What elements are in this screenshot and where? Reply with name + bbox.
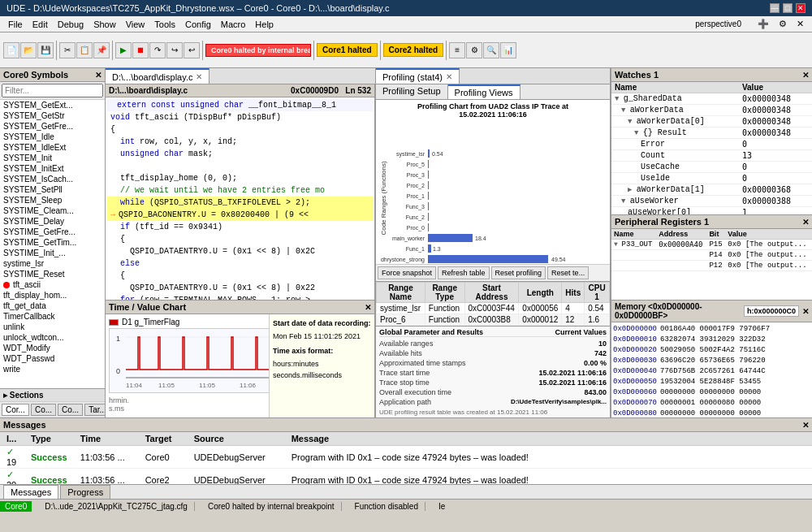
peripheral-content[interactable]: Name Address Bit Value ▼ P33_OUT 0x00000…: [611, 229, 812, 300]
symbols-close[interactable]: ✕: [95, 71, 102, 80]
cut-button[interactable]: ✂: [59, 42, 76, 58]
corner-tab-co1[interactable]: Co...: [31, 404, 56, 416]
timechart-close-icon[interactable]: ✕: [365, 303, 371, 312]
sym-SYSTIME_GetFre[interactable]: SYSTIME_GetFre...: [0, 227, 105, 237]
sym-SYSTEM_GetStr[interactable]: SYSTEM_GetStr: [0, 110, 105, 121]
sym-tft_display_hom[interactable]: tft_display_hom...: [0, 290, 105, 301]
menu-macro[interactable]: Macro: [216, 18, 251, 31]
sym-SYSTIME_Cleam[interactable]: SYSTIME_Cleam...: [0, 205, 105, 216]
maximize-button[interactable]: □: [783, 3, 793, 13]
debug-stop[interactable]: ⏹: [132, 42, 149, 58]
reset-te-button[interactable]: Reset te...: [547, 266, 589, 279]
sym-tft_get_data[interactable]: tft_get_data: [0, 301, 105, 311]
minimize-button[interactable]: —: [770, 3, 780, 13]
sym-SYSTEM_Init[interactable]: SYSTEM_Init: [0, 153, 105, 163]
sym-SYSTIME_GetTim[interactable]: SYSTIME_GetTim...: [0, 237, 105, 248]
debug-step[interactable]: ↷: [149, 42, 166, 58]
tab-close-icon[interactable]: ✕: [196, 72, 202, 81]
sym-systime_lsr[interactable]: systime_lsr: [0, 258, 105, 269]
memory-close-icon[interactable]: ✕: [802, 307, 809, 316]
sym-WDT_Passwd[interactable]: WDT_Passwd: [0, 353, 105, 364]
sym-SYSTEM_IsCach[interactable]: SYSTEM_IsCach...: [0, 174, 105, 184]
sym-write[interactable]: write: [0, 364, 105, 374]
sym-SYSTEM_GetExt[interactable]: SYSTEM_GetExt...: [0, 100, 105, 110]
menu-file[interactable]: File: [3, 18, 28, 31]
peripheral-title: Peripheral Registers 1: [615, 217, 709, 227]
timechart-content: D1 g_TimerFlag 1 0 11:04: [106, 314, 374, 417]
sym-tft_ascii[interactable]: tft_ascii: [0, 279, 105, 290]
sym-unlock_wdtcon[interactable]: unlock_wdtcon...: [0, 332, 105, 343]
menu-edit[interactable]: Edit: [28, 18, 53, 31]
new-button[interactable]: 📄: [3, 42, 19, 58]
sym-SYSTIME_Reset[interactable]: SYSTIME_Reset: [0, 269, 105, 279]
bar-proc1: [428, 192, 429, 200]
perspective-settings[interactable]: ⚙: [774, 17, 792, 31]
copy-button[interactable]: 📋: [76, 42, 93, 58]
corner-tab-co2[interactable]: Co...: [58, 404, 83, 416]
bar-proc0: [428, 223, 429, 231]
prof-views-tab[interactable]: Profiling Views: [448, 84, 520, 99]
code-content[interactable]: extern const unsigned char __font_bitmap…: [106, 97, 374, 300]
more-btn4[interactable]: 📊: [500, 42, 516, 58]
more-btn3[interactable]: 🔍: [483, 42, 499, 58]
watches-close-icon[interactable]: ✕: [802, 71, 809, 80]
more-btn2[interactable]: ⚙: [466, 42, 482, 58]
sym-SYSTEM_GetFre[interactable]: SYSTEM_GetFre...: [0, 121, 105, 132]
code-line: int row, col, y, x, ind;: [107, 136, 373, 148]
profiling-tab-close-icon[interactable]: ✕: [446, 72, 452, 81]
sym-unlink[interactable]: unlink: [0, 322, 105, 332]
per-col-name: Name: [611, 229, 656, 240]
force-snapshot-button[interactable]: Force snapshot: [378, 266, 436, 279]
sym-TimerCallback[interactable]: TimerCallback: [0, 311, 105, 322]
messages-close-icon[interactable]: ✕: [802, 421, 809, 430]
sym-SYSTIME_Init[interactable]: SYSTIME_Init_...: [0, 248, 105, 258]
per-row-p33out: ▼ P33_OUT 0x00000A40 P15 0x0 [The output…: [611, 240, 812, 250]
progress-tab[interactable]: Progress: [60, 485, 110, 500]
menu-show[interactable]: Show: [89, 18, 121, 31]
timechart-panel: Time / Value Chart ✕ D1 g_TimerFlag 1 0: [106, 300, 375, 417]
menu-config[interactable]: Config: [180, 18, 216, 31]
peripheral-close-icon[interactable]: ✕: [802, 218, 809, 227]
debug-run[interactable]: ▶: [115, 42, 132, 58]
sym-SYSTIME_Delay[interactable]: SYSTIME_Delay: [0, 216, 105, 227]
perspective-add[interactable]: ➕: [753, 17, 774, 31]
sym-SYSTEM_Sleep[interactable]: SYSTEM_Sleep: [0, 195, 105, 205]
profiling-data-table: Range Name Range Type Start Address Leng…: [376, 282, 610, 326]
col-range-name: Range Name: [377, 283, 425, 303]
gp-approx-ts: Approximated time stamps0.00 %: [379, 358, 607, 368]
open-button[interactable]: 📂: [20, 42, 37, 58]
mem-row: 0x0D00008000000000 00000000 00000: [613, 409, 810, 417]
prof-setup-tab[interactable]: Profiling Setup: [376, 84, 448, 99]
menu-help[interactable]: Help: [250, 18, 279, 31]
menu-view[interactable]: View: [121, 18, 150, 31]
paste-button[interactable]: 📌: [93, 42, 110, 58]
refresh-table-button[interactable]: Refresh table: [438, 266, 490, 279]
profiling-tab[interactable]: Profiling (stat4) ✕: [376, 68, 460, 84]
menu-debug[interactable]: Debug: [53, 18, 89, 31]
sym-SYSTEM_SetPll[interactable]: SYSTEM_SetPll: [0, 184, 105, 195]
sym-SYSTEM_Idle[interactable]: SYSTEM_Idle: [0, 132, 105, 142]
corner-tab-tar[interactable]: Tar...: [84, 404, 106, 416]
sym-WDT_Modify[interactable]: WDT_Modify: [0, 343, 105, 353]
messages-tab[interactable]: Messages: [3, 485, 58, 500]
debug-stepout[interactable]: ↩: [184, 42, 200, 58]
corner-tab-cor[interactable]: Cor...: [2, 404, 29, 416]
debug-stepover[interactable]: ↪: [166, 42, 183, 58]
watch-row-count: Count 13: [611, 150, 812, 162]
sym-SYSTEM_IdleExt[interactable]: SYSTEM_IdleExt: [0, 142, 105, 153]
svg-text:Func_1: Func_1: [406, 246, 425, 253]
reset-profiling-button[interactable]: Reset profiling: [491, 266, 546, 279]
memory-content[interactable]: 0x0D00000000186A40 000017F9 79706F7 0x0D…: [611, 322, 812, 417]
save-button[interactable]: 💾: [37, 42, 54, 58]
close-button[interactable]: ✕: [796, 3, 806, 13]
more-btn1[interactable]: ≡: [449, 42, 465, 58]
perspective-remove[interactable]: ✕: [792, 17, 809, 31]
sym-SYSTEM_InitExt[interactable]: SYSTEM_InitExt: [0, 163, 105, 174]
menu-tools[interactable]: Tools: [149, 18, 180, 31]
symbols-filter[interactable]: [2, 84, 103, 97]
per-col-value: Value: [725, 229, 812, 240]
watches-content[interactable]: Name Value ▼ g_SharedData 0x00000348 ▼ a…: [611, 82, 812, 214]
col-cpu1: CPU 1: [585, 283, 610, 303]
code-tab-display[interactable]: D:\...\board\display.c ✕: [106, 68, 209, 84]
svg-text:Proc_2: Proc_2: [407, 183, 425, 189]
